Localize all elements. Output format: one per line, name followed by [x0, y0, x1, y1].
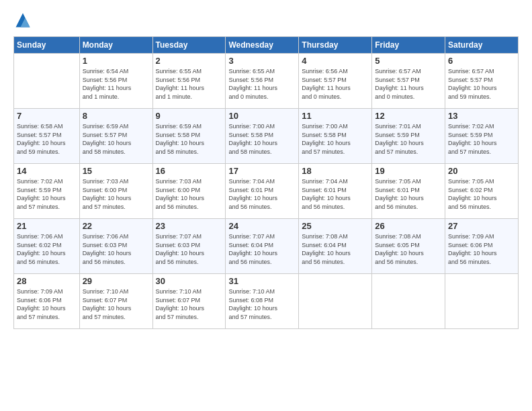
calendar-table: SundayMondayTuesdayWednesdayThursdayFrid… — [13, 36, 519, 329]
calendar-cell: 28Sunrise: 7:09 AM Sunset: 6:06 PM Dayli… — [14, 274, 80, 329]
day-info: Sunrise: 7:08 AM Sunset: 6:05 PM Dayligh… — [375, 232, 442, 266]
calendar-cell: 7Sunrise: 6:58 AM Sunset: 5:57 PM Daylig… — [14, 109, 80, 164]
week-row-5: 28Sunrise: 7:09 AM Sunset: 6:06 PM Dayli… — [14, 274, 519, 329]
day-info: Sunrise: 6:57 AM Sunset: 5:57 PM Dayligh… — [375, 67, 442, 101]
week-row-2: 7Sunrise: 6:58 AM Sunset: 5:57 PM Daylig… — [14, 109, 519, 164]
calendar-cell: 12Sunrise: 7:01 AM Sunset: 5:59 PM Dayli… — [372, 109, 445, 164]
logo — [13, 11, 35, 30]
day-info: Sunrise: 7:09 AM Sunset: 6:06 PM Dayligh… — [17, 287, 77, 321]
calendar-cell: 25Sunrise: 7:08 AM Sunset: 6:04 PM Dayli… — [299, 219, 372, 274]
day-info: Sunrise: 7:10 AM Sunset: 6:07 PM Dayligh… — [156, 287, 223, 321]
column-header-thursday: Thursday — [299, 37, 372, 54]
day-number: 6 — [448, 56, 515, 66]
logo-icon — [13, 11, 32, 30]
day-info: Sunrise: 7:02 AM Sunset: 5:59 PM Dayligh… — [448, 122, 515, 156]
calendar-cell: 23Sunrise: 7:07 AM Sunset: 6:03 PM Dayli… — [152, 219, 226, 274]
calendar-cell — [14, 54, 80, 109]
calendar-cell — [299, 274, 372, 329]
column-header-monday: Monday — [79, 37, 152, 54]
header — [13, 11, 519, 30]
day-number: 19 — [375, 166, 442, 176]
day-number: 30 — [156, 276, 223, 286]
header-row: SundayMondayTuesdayWednesdayThursdayFrid… — [14, 37, 519, 54]
calendar-cell: 16Sunrise: 7:03 AM Sunset: 6:00 PM Dayli… — [152, 164, 226, 219]
day-info: Sunrise: 7:05 AM Sunset: 6:02 PM Dayligh… — [448, 177, 515, 211]
day-info: Sunrise: 7:07 AM Sunset: 6:03 PM Dayligh… — [156, 232, 223, 266]
day-info: Sunrise: 6:59 AM Sunset: 5:58 PM Dayligh… — [156, 122, 223, 156]
day-info: Sunrise: 6:57 AM Sunset: 5:57 PM Dayligh… — [448, 67, 515, 101]
day-info: Sunrise: 7:02 AM Sunset: 5:59 PM Dayligh… — [17, 177, 77, 211]
day-info: Sunrise: 7:07 AM Sunset: 6:04 PM Dayligh… — [228, 232, 296, 266]
day-number: 3 — [228, 56, 296, 66]
day-info: Sunrise: 6:55 AM Sunset: 5:56 PM Dayligh… — [156, 67, 223, 101]
column-header-wednesday: Wednesday — [226, 37, 299, 54]
day-number: 1 — [83, 56, 150, 66]
day-number: 25 — [302, 221, 369, 231]
calendar-cell: 15Sunrise: 7:03 AM Sunset: 6:00 PM Dayli… — [79, 164, 152, 219]
day-info: Sunrise: 7:04 AM Sunset: 6:01 PM Dayligh… — [302, 177, 369, 211]
day-info: Sunrise: 6:56 AM Sunset: 5:57 PM Dayligh… — [302, 67, 369, 101]
day-number: 18 — [302, 166, 369, 176]
day-info: Sunrise: 7:00 AM Sunset: 5:58 PM Dayligh… — [228, 122, 296, 156]
day-info: Sunrise: 7:03 AM Sunset: 6:00 PM Dayligh… — [83, 177, 150, 211]
calendar-cell: 11Sunrise: 7:00 AM Sunset: 5:58 PM Dayli… — [299, 109, 372, 164]
calendar-cell: 1Sunrise: 6:54 AM Sunset: 5:56 PM Daylig… — [79, 54, 152, 109]
calendar-cell: 22Sunrise: 7:06 AM Sunset: 6:03 PM Dayli… — [79, 219, 152, 274]
calendar-cell: 13Sunrise: 7:02 AM Sunset: 5:59 PM Dayli… — [445, 109, 519, 164]
day-info: Sunrise: 7:08 AM Sunset: 6:04 PM Dayligh… — [302, 232, 369, 266]
calendar-cell — [372, 274, 445, 329]
calendar-cell: 4Sunrise: 6:56 AM Sunset: 5:57 PM Daylig… — [299, 54, 372, 109]
day-number: 14 — [17, 166, 77, 176]
calendar-cell: 27Sunrise: 7:09 AM Sunset: 6:06 PM Dayli… — [445, 219, 519, 274]
calendar-cell: 26Sunrise: 7:08 AM Sunset: 6:05 PM Dayli… — [372, 219, 445, 274]
calendar-cell: 24Sunrise: 7:07 AM Sunset: 6:04 PM Dayli… — [226, 219, 299, 274]
column-header-sunday: Sunday — [14, 37, 80, 54]
calendar-cell — [445, 274, 519, 329]
day-info: Sunrise: 7:00 AM Sunset: 5:58 PM Dayligh… — [302, 122, 369, 156]
calendar-cell: 20Sunrise: 7:05 AM Sunset: 6:02 PM Dayli… — [445, 164, 519, 219]
calendar-cell: 3Sunrise: 6:55 AM Sunset: 5:56 PM Daylig… — [226, 54, 299, 109]
day-info: Sunrise: 7:10 AM Sunset: 6:08 PM Dayligh… — [228, 287, 296, 321]
day-info: Sunrise: 7:10 AM Sunset: 6:07 PM Dayligh… — [83, 287, 150, 321]
day-number: 4 — [302, 56, 369, 66]
day-info: Sunrise: 7:03 AM Sunset: 6:00 PM Dayligh… — [156, 177, 223, 211]
day-info: Sunrise: 6:54 AM Sunset: 5:56 PM Dayligh… — [83, 67, 150, 101]
calendar-cell: 14Sunrise: 7:02 AM Sunset: 5:59 PM Dayli… — [14, 164, 80, 219]
calendar-cell: 19Sunrise: 7:05 AM Sunset: 6:01 PM Dayli… — [372, 164, 445, 219]
day-number: 17 — [228, 166, 296, 176]
calendar-cell: 30Sunrise: 7:10 AM Sunset: 6:07 PM Dayli… — [152, 274, 226, 329]
calendar-cell: 18Sunrise: 7:04 AM Sunset: 6:01 PM Dayli… — [299, 164, 372, 219]
day-number: 26 — [375, 221, 442, 231]
day-number: 9 — [156, 111, 223, 121]
day-number: 8 — [83, 111, 150, 121]
day-number: 2 — [156, 56, 223, 66]
day-info: Sunrise: 6:58 AM Sunset: 5:57 PM Dayligh… — [17, 122, 77, 156]
day-info: Sunrise: 7:06 AM Sunset: 6:03 PM Dayligh… — [83, 232, 150, 266]
week-row-4: 21Sunrise: 7:06 AM Sunset: 6:02 PM Dayli… — [14, 219, 519, 274]
calendar-cell: 17Sunrise: 7:04 AM Sunset: 6:01 PM Dayli… — [226, 164, 299, 219]
day-number: 28 — [17, 276, 77, 286]
calendar-cell: 8Sunrise: 6:59 AM Sunset: 5:57 PM Daylig… — [79, 109, 152, 164]
day-number: 24 — [228, 221, 296, 231]
day-info: Sunrise: 6:55 AM Sunset: 5:56 PM Dayligh… — [228, 67, 296, 101]
day-number: 21 — [17, 221, 77, 231]
day-info: Sunrise: 6:59 AM Sunset: 5:57 PM Dayligh… — [83, 122, 150, 156]
day-number: 13 — [448, 111, 515, 121]
day-number: 16 — [156, 166, 223, 176]
column-header-tuesday: Tuesday — [152, 37, 226, 54]
column-header-friday: Friday — [372, 37, 445, 54]
day-number: 10 — [228, 111, 296, 121]
week-row-3: 14Sunrise: 7:02 AM Sunset: 5:59 PM Dayli… — [14, 164, 519, 219]
calendar-cell: 10Sunrise: 7:00 AM Sunset: 5:58 PM Dayli… — [226, 109, 299, 164]
calendar-cell: 29Sunrise: 7:10 AM Sunset: 6:07 PM Dayli… — [79, 274, 152, 329]
day-number: 7 — [17, 111, 77, 121]
day-info: Sunrise: 7:05 AM Sunset: 6:01 PM Dayligh… — [375, 177, 442, 211]
day-info: Sunrise: 7:04 AM Sunset: 6:01 PM Dayligh… — [228, 177, 296, 211]
day-number: 12 — [375, 111, 442, 121]
day-info: Sunrise: 7:09 AM Sunset: 6:06 PM Dayligh… — [448, 232, 515, 266]
day-number: 27 — [448, 221, 515, 231]
day-number: 31 — [228, 276, 296, 286]
day-number: 29 — [83, 276, 150, 286]
calendar-cell: 2Sunrise: 6:55 AM Sunset: 5:56 PM Daylig… — [152, 54, 226, 109]
day-number: 11 — [302, 111, 369, 121]
